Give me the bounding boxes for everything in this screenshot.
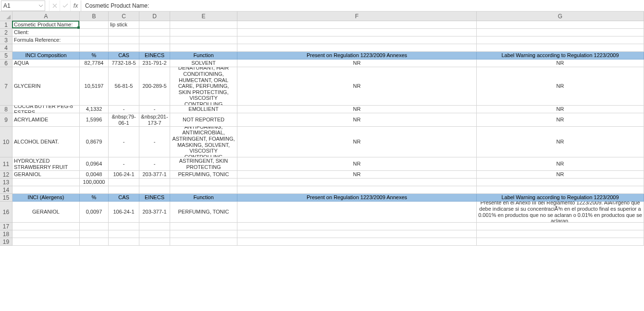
cell-A9[interactable]: ACRYLAMIDE [12,113,80,127]
cell-B4[interactable] [80,44,109,52]
cell-F7[interactable]: NR [237,67,477,106]
cell-G18[interactable] [477,230,644,238]
row-header-13[interactable]: 13 [0,179,12,186]
cell-F2[interactable] [237,29,477,36]
cell-A6[interactable]: AQUA [12,60,80,67]
cell-B3[interactable] [80,36,109,44]
cell-F10[interactable]: NR [237,127,477,157]
cell-C17[interactable] [109,223,139,230]
cell-B12[interactable]: 0,0048 [80,171,109,179]
cell-C19[interactable] [109,238,139,246]
cell-F5[interactable]: Present on Regulation 1223/2009 Annexes [237,52,477,60]
cell-C2[interactable] [109,29,139,36]
row-header-8[interactable]: 8 [0,106,12,113]
cell-E19[interactable] [170,238,237,246]
cell-G5[interactable]: Label Warning according to Regulation 12… [477,52,644,60]
cell-C15[interactable]: CAS [109,194,139,202]
cell-B19[interactable] [80,238,109,246]
cell-B10[interactable]: 0,8679 [80,127,109,157]
col-header-C[interactable]: C [109,12,139,21]
cell-F11[interactable]: NR [237,157,477,171]
cell-F6[interactable]: NR [237,60,477,67]
cell-F4[interactable] [237,44,477,52]
row-header-3[interactable]: 3 [0,36,12,44]
row-header-14[interactable]: 14 [0,186,12,194]
cell-D3[interactable] [139,36,170,44]
row-header-6[interactable]: 6 [0,60,12,67]
cell-B11[interactable]: 0,0964 [80,157,109,171]
cell-G19[interactable] [477,238,644,246]
cell-E16[interactable]: PERFUMING, TONIC [170,202,237,223]
cell-G3[interactable] [477,36,644,44]
row-header-17[interactable]: 17 [0,223,12,230]
cell-D7[interactable]: 200-289-5 [139,67,170,106]
cell-D19[interactable] [139,238,170,246]
row-header-10[interactable]: 10 [0,127,12,157]
row-header-9[interactable]: 9 [0,113,12,127]
cell-B17[interactable] [80,223,109,230]
cell-D15[interactable]: EINECS [139,194,170,202]
cell-B1[interactable] [80,21,109,29]
row-header-11[interactable]: 11 [0,157,12,171]
cell-E6[interactable]: SOLVENT [170,60,237,67]
cell-G12[interactable]: NR [477,171,644,179]
cell-C13[interactable] [109,179,139,186]
cell-G11[interactable]: NR [477,157,644,171]
cell-G13[interactable] [477,179,644,186]
spreadsheet[interactable]: ABCDEFG 12345678910111213141516171819 Co… [0,12,644,311]
cell-C3[interactable] [109,36,139,44]
cell-B14[interactable] [80,186,109,194]
cell-A12[interactable]: GERANIOL [12,171,80,179]
cell-D2[interactable] [139,29,170,36]
cell-C1[interactable]: lip stick [109,21,139,29]
cell-A18[interactable] [12,230,80,238]
name-box[interactable]: A1 [1,0,45,11]
row-header-18[interactable]: 18 [0,230,12,238]
cell-A17[interactable] [12,223,80,230]
cell-E2[interactable] [170,29,237,36]
cell-G1[interactable] [477,21,644,29]
cell-D12[interactable]: 203-377-1 [139,171,170,179]
col-header-F[interactable]: F [237,12,477,21]
cell-G2[interactable] [477,29,644,36]
cell-C7[interactable]: 56-81-5 [109,67,139,106]
col-header-G[interactable]: G [477,12,644,21]
cell-C10[interactable]: - [109,127,139,157]
cell-B9[interactable]: 1,5996 [80,113,109,127]
cell-C8[interactable]: - [109,106,139,113]
cell-A13[interactable] [12,179,80,186]
col-header-A[interactable]: A [12,12,80,21]
row-header-5[interactable]: 5 [0,52,12,60]
cell-D1[interactable] [139,21,170,29]
cell-D11[interactable]: - [139,157,170,171]
cell-D14[interactable] [139,186,170,194]
cell-G17[interactable] [477,223,644,230]
row-header-7[interactable]: 7 [0,67,12,106]
cell-D16[interactable]: 203-377-1 [139,202,170,223]
cell-F14[interactable] [237,186,477,194]
row-header-16[interactable]: 16 [0,202,12,223]
cell-B7[interactable]: 10,5197 [80,67,109,106]
cell-B16[interactable]: 0,0097 [80,202,109,223]
cell-E4[interactable] [170,44,237,52]
cell-F9[interactable]: NR [237,113,477,127]
cell-F3[interactable] [237,36,477,44]
cell-B15[interactable]: % [80,194,109,202]
cell-D18[interactable] [139,230,170,238]
cell-E14[interactable] [170,186,237,194]
cell-G10[interactable]: NR [477,127,644,157]
cell-F16[interactable] [237,202,477,223]
cell-C4[interactable] [109,44,139,52]
cell-E13[interactable] [170,179,237,186]
cell-G4[interactable] [477,44,644,52]
cell-E3[interactable] [170,36,237,44]
cell-A10[interactable]: ALCOHOL DENAT. [12,127,80,157]
cell-C6[interactable]: 7732-18-5 [109,60,139,67]
cell-D9[interactable]: &nbsp;201-173-7 [139,113,170,127]
cell-G7[interactable]: NR [477,67,644,106]
cell-E12[interactable]: PERFUMING, TONIC [170,171,237,179]
cell-E17[interactable] [170,223,237,230]
cell-B6[interactable]: 82,7784 [80,60,109,67]
col-header-E[interactable]: E [170,12,237,21]
row-header-1[interactable]: 1 [0,21,12,29]
